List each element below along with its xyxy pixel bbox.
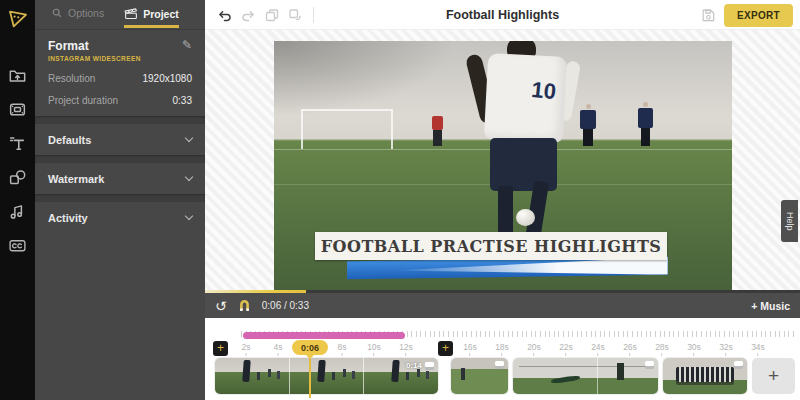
icon-rail (0, 0, 35, 400)
resolution-label: Resolution (48, 73, 95, 84)
tab-project[interactable]: Project (124, 7, 179, 28)
chevron-down-icon (185, 172, 193, 180)
panel-divider (35, 155, 205, 163)
stock-video-icon[interactable] (0, 92, 35, 126)
goal-line (519, 366, 652, 367)
player-figure-opponent (638, 102, 654, 146)
format-section: Format INSTAGRAM WIDESCREEN ✎ Resolution… (35, 30, 205, 116)
chevron-down-icon (185, 211, 193, 219)
chevron-down-icon (185, 133, 193, 141)
ruler-label: 22s (559, 342, 573, 356)
clip-frame (289, 358, 364, 394)
defaults-label: Defaults (48, 134, 91, 146)
resolution-value: 1920x1080 (143, 73, 193, 84)
project-panel: Options Project Format INSTAGRAM WIDESCR… (35, 0, 205, 400)
ruler-label: 34s (751, 342, 765, 356)
replay-icon[interactable]: ↺ (215, 299, 227, 313)
ruler-label: 24s (591, 342, 605, 356)
export-button[interactable]: EXPORT (724, 4, 793, 27)
app-window: Options Project Format INSTAGRAM WIDESCR… (0, 0, 800, 400)
tab-options[interactable]: Options (51, 7, 104, 19)
lower-third-ribbon (347, 257, 668, 279)
clip-badge (645, 361, 654, 369)
preview-canvas: 10 FOOTBALL PRACTISE HIGHLIGHTS (205, 30, 800, 293)
panel-divider (35, 194, 205, 202)
timeline-clip-3[interactable] (513, 358, 658, 394)
playhead-time: 0:06 (301, 343, 319, 353)
format-title: Format (48, 39, 141, 53)
playhead-line (309, 355, 311, 398)
timeline-clip-2[interactable] (451, 358, 508, 394)
lower-third-text: FOOTBALL PRACTISE HIGHLIGHTS (321, 237, 662, 256)
ruler-label: 4s (274, 342, 283, 356)
help-tab[interactable]: Help (781, 200, 798, 242)
brand-logo-icon[interactable] (0, 2, 35, 36)
ruler-label: 30s (687, 342, 701, 356)
ruler-label: 32s (719, 342, 733, 356)
activity-label: Activity (48, 212, 88, 224)
panel-tabs: Options Project (35, 0, 205, 30)
uploads-folder-icon[interactable] (0, 58, 35, 92)
video-preview[interactable]: 10 FOOTBALL PRACTISE HIGHLIGHTS (274, 41, 732, 291)
player-figure-red (432, 116, 444, 146)
tab-project-label: Project (143, 8, 179, 20)
section-activity[interactable]: Activity (35, 202, 205, 233)
clip-badge (734, 361, 743, 369)
clip-badge (495, 361, 504, 369)
insert-scene-button-mid[interactable]: + (438, 341, 453, 356)
text-tool-icon[interactable] (0, 126, 35, 160)
ruler-label: 20s (527, 342, 541, 356)
snap-magnet-icon[interactable] (238, 299, 251, 312)
playhead-handle[interactable]: 0:06 (292, 340, 328, 355)
frame-divider (597, 358, 598, 394)
selection-range-bar[interactable] (243, 332, 405, 339)
ruler-label: 10s (367, 342, 381, 356)
jersey-number: 10 (530, 77, 557, 105)
ruler-label: 28s (655, 342, 669, 356)
ruler-label: 8s (338, 342, 347, 356)
captions-icon[interactable] (0, 228, 35, 262)
elements-shapes-icon[interactable] (0, 160, 35, 194)
section-watermark[interactable]: Watermark (35, 163, 205, 194)
ruler-label: 26s (623, 342, 637, 356)
ruler-label: 18s (495, 342, 509, 356)
player-jersey: 10 (484, 53, 567, 143)
magnifier-icon (51, 7, 63, 19)
dome-shading (274, 41, 457, 116)
ruler-label: 2s (242, 342, 251, 356)
topbar: Football Highlights EXPORT (205, 0, 800, 30)
clip-duration-badge: 0:14 (406, 361, 434, 370)
ribbon-wedge (392, 257, 668, 279)
resolution-row: Resolution 1920x1080 (48, 73, 192, 84)
timeline-clip-1[interactable]: 0:14 (215, 358, 438, 394)
clip-frame (215, 358, 289, 394)
player-figure-opponent (580, 104, 596, 147)
duration-label: Project duration (48, 95, 118, 106)
striker-figure (617, 363, 624, 380)
lower-third-banner[interactable]: FOOTBALL PRACTISE HIGHLIGHTS (315, 232, 668, 260)
goalkeeper-figure (551, 375, 580, 384)
add-clip-button[interactable]: + (752, 358, 795, 394)
duration-row: Project duration 0:33 (48, 95, 192, 106)
save-icon[interactable] (701, 8, 715, 22)
football (516, 209, 535, 226)
film-icon (495, 361, 504, 369)
duration-value: 0:33 (173, 95, 192, 106)
watermark-label: Watermark (48, 173, 104, 185)
add-music-button[interactable]: + Music (751, 300, 790, 312)
panel-divider (35, 116, 205, 124)
section-defaults[interactable]: Defaults (35, 124, 205, 155)
ruler-label: 12s (399, 342, 413, 356)
music-icon[interactable] (0, 194, 35, 228)
time-display: 0:06 / 0:33 (262, 300, 309, 311)
edit-format-icon[interactable]: ✎ (182, 39, 192, 51)
ruler-label: 16s (463, 342, 477, 356)
editor-main: Football Highlights EXPORT (205, 0, 800, 400)
timeline: 2s4s8s10s12s16s18s20s22s24s26s28s30s32s3… (205, 318, 800, 400)
timeline-clip-4[interactable] (663, 358, 747, 394)
film-icon (425, 362, 434, 370)
film-icon (645, 361, 654, 369)
insert-scene-button-start[interactable]: + (213, 341, 228, 356)
tab-options-label: Options (68, 7, 104, 19)
film-icon (734, 361, 743, 369)
